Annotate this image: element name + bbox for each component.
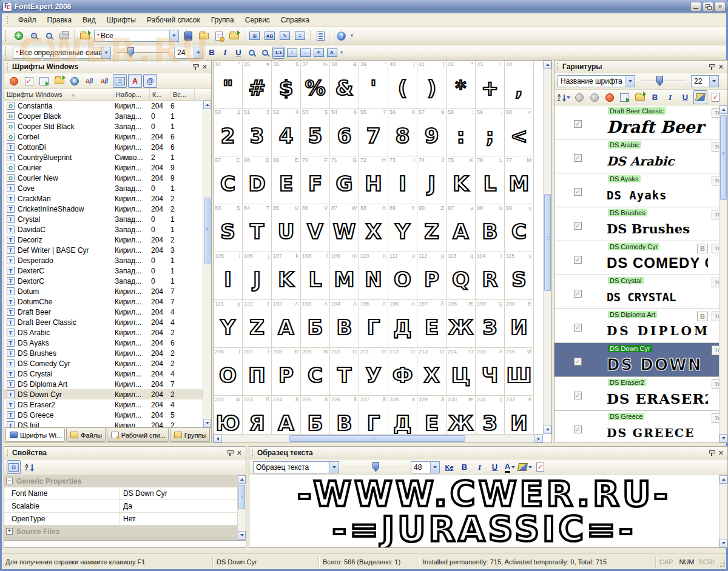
char-cell[interactable]: 5355 [301, 109, 330, 156]
char-cell[interactable]: 121yY [214, 300, 243, 348]
categorized-button[interactable]: ⊟ [7, 460, 21, 474]
sample-preset-combo[interactable]: Образец текста [253, 461, 339, 473]
property-row[interactable]: OpenTypeНет [4, 513, 246, 526]
typeface-checkbox[interactable]: ✓ [574, 222, 582, 230]
preview-button[interactable] [42, 29, 56, 43]
italic-button[interactable]: I [473, 460, 487, 474]
char-cell[interactable]: 5577 [359, 109, 388, 156]
tab-folder[interactable]: Группы [170, 429, 210, 442]
open-folder-button[interactable] [197, 29, 211, 43]
property-row[interactable]: Font NameDS Down Cyr [4, 487, 246, 500]
font-list-row[interactable]: TDS BrushesКирил...2042 [4, 348, 211, 358]
char-cell[interactable]: 215×Ч [476, 348, 505, 396]
filter-combo[interactable]: *Все [94, 30, 179, 42]
font-list-row[interactable]: TDecorlzКирил...2042 [4, 235, 211, 245]
toolbar-overflow-chevron[interactable]: ▾ [340, 52, 343, 54]
charset-combo-button[interactable] [101, 47, 110, 58]
close-button[interactable]: ✕ [715, 2, 726, 12]
char-cell[interactable]: 59;; [476, 109, 505, 156]
char-size-slider[interactable] [116, 47, 169, 58]
font-list-row[interactable]: TCoveЗапад...01 [4, 183, 211, 193]
add-fonts-button[interactable]: + [12, 29, 25, 43]
sample-size-combo[interactable]: 22 [691, 75, 719, 87]
char-cell[interactable]: 44,, [505, 61, 534, 109]
char-cell[interactable]: 112pP [417, 252, 447, 300]
char-cell[interactable]: 35## [243, 61, 272, 109]
char-cell[interactable]: 105iI [214, 252, 243, 300]
fit-width-button[interactable]: ↔ [299, 47, 311, 59]
fill-color-button[interactable] [518, 460, 532, 474]
char-cell[interactable]: 197ÅЕ [417, 300, 447, 348]
font-list-row[interactable]: OCooper BlackЗапад...01 [4, 111, 211, 121]
close-panel-icon[interactable]: ✕ [718, 63, 724, 71]
font-list-row[interactable]: TDotumКирил...2047 [4, 286, 211, 296]
move-to-button[interactable] [633, 90, 647, 104]
char-cell[interactable]: 193ÁБ [301, 300, 330, 348]
typeface-item[interactable]: DS Comedy Cyr✓DS COMEDY CYBTr [554, 241, 727, 275]
char-cell[interactable]: 69EE [272, 156, 301, 204]
view-table-button[interactable]: ⊞ [248, 29, 261, 43]
font-list-row[interactable]: TDexterCЗапад...01 [4, 265, 211, 276]
char-cell[interactable]: 68DD [243, 156, 272, 204]
char-cell[interactable]: 122zZ [243, 300, 272, 348]
typeface-checkbox[interactable]: ✓ [574, 256, 582, 264]
typeface-checkbox[interactable]: ✓ [574, 120, 582, 128]
resize-grip[interactable] [718, 554, 726, 569]
font-list-row[interactable]: TDS CrystalКирил...2044 [4, 369, 211, 379]
char-cell[interactable]: 5688 [388, 109, 417, 156]
font-list-row[interactable]: TDraft Beer ClassicКирил...2044 [4, 317, 211, 327]
font-list-row[interactable]: OCooper Std BlackЗапад...01 [4, 121, 211, 132]
char-cell[interactable]: 72HH [359, 156, 388, 204]
zoom-in-button[interactable] [246, 47, 258, 59]
underline-button[interactable]: U [678, 90, 692, 104]
view-edit-button[interactable]: ✎ [278, 29, 292, 43]
char-size-combo[interactable]: 24 [174, 47, 203, 59]
grid-vertical-scrollbar[interactable] [543, 61, 551, 434]
char-cell[interactable]: 214ÖЦ [447, 348, 476, 396]
font-list-row[interactable]: TDotumCheКирил...2047 [4, 296, 211, 307]
char-cell[interactable]: 223ßЯ [243, 396, 272, 434]
char-cell[interactable]: 37%% [301, 61, 330, 109]
char-cell[interactable]: 225áБ [301, 396, 330, 434]
char-cell[interactable]: 108lL [301, 252, 330, 300]
char-cell[interactable]: 84TT [243, 204, 272, 252]
char-cell[interactable]: 213ÕХ [417, 348, 447, 396]
menu-item[interactable]: Файл [13, 15, 42, 25]
column-name[interactable]: Шрифты Windows▲ [4, 89, 113, 100]
font-list-row[interactable]: TCottonDiКирил...2046 [4, 142, 211, 152]
char-cell[interactable]: 110nN [359, 252, 388, 300]
rename-ab-button[interactable]: aβ [83, 74, 96, 88]
stop-button[interactable] [7, 74, 21, 88]
red-filter-button[interactable] [602, 90, 616, 104]
bold-button[interactable]: B [206, 47, 218, 59]
char-cell[interactable]: 227ãГ [359, 396, 388, 434]
char-cell[interactable]: 5022 [214, 109, 243, 156]
font-list-row[interactable]: TDS InitКирил...2042 [4, 420, 211, 427]
char-cell[interactable]: 76LL [476, 156, 505, 204]
toolbar-overflow-chevron[interactable]: ▾ [351, 35, 353, 37]
char-cell[interactable]: 39'' [359, 61, 388, 109]
char-cell[interactable]: 40(( [388, 61, 417, 109]
char-cell[interactable]: 73II [388, 156, 417, 204]
typeface-item[interactable]: DS Ayaks✓DS AyaksTr [554, 173, 727, 207]
font-list-row[interactable]: TDextorCЗапад...01 [4, 276, 211, 286]
char-cell[interactable]: 109mM [330, 252, 359, 300]
typeface-checkbox[interactable]: ✓ [574, 358, 582, 366]
char-cell[interactable]: 77MM [505, 156, 534, 204]
char-cell[interactable]: 5133 [243, 109, 272, 156]
column-codepage[interactable]: К... [150, 89, 170, 100]
minimize-button[interactable] [690, 2, 701, 12]
char-cell[interactable]: 42** [447, 61, 476, 109]
fill-color-button[interactable] [693, 90, 707, 104]
scroll-thumb[interactable] [544, 194, 551, 291]
char-cell[interactable]: 5799 [417, 109, 447, 156]
scroll-down-arrow[interactable] [203, 419, 211, 427]
char-cell[interactable]: 87WW [330, 204, 359, 252]
char-cell[interactable]: 90ZZ [417, 204, 447, 252]
typeface-checkbox[interactable]: ✓ [574, 188, 582, 196]
bold-button[interactable]: B [648, 90, 662, 104]
font-list-row[interactable]: OCorbelКирил...2046 [4, 132, 211, 142]
font-list-row[interactable]: TDS Diploma ArtКирил...2047 [4, 379, 211, 389]
filter-combo-button[interactable] [169, 30, 178, 41]
char-cell[interactable]: 208ÐР [272, 348, 301, 396]
